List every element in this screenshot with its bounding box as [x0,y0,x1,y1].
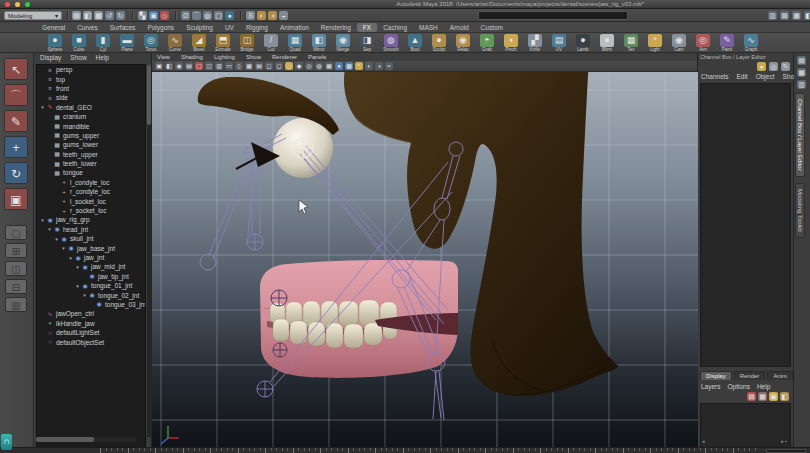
layer-new-empty-icon[interactable]: ▦ [758,392,767,401]
outliner-item-defaultLightSet[interactable]: ○defaultLightSet [37,328,145,337]
uv-editor-icon[interactable]: ▤UV [548,34,570,52]
time-slider[interactable] [0,447,810,453]
open-scene-icon[interactable]: ◧ [83,11,92,20]
outliner-vertical-scroll-thumb[interactable] [147,65,151,125]
smooth-icon[interactable]: ◍ [384,34,398,47]
menuset-dropdown[interactable]: Modeling ▾ [4,11,62,20]
quad-draw-icon[interactable]: ▦ [288,34,302,47]
pinch-icon[interactable]: ◖ [504,34,518,47]
safe-title-icon[interactable]: ◻ [275,62,283,70]
menu-object[interactable]: Object [756,73,775,80]
tab-channel-box-layer-editor[interactable]: Channel Box / Layer Editor [795,93,805,177]
textured-icon[interactable]: ▩ [345,62,353,70]
poly-sphere-icon[interactable]: ● [48,34,62,47]
show-channel-box-icon[interactable]: ▥ [797,80,806,89]
bridge-icon[interactable]: ◫Bridge [236,34,258,52]
layout-persp-graph-icon[interactable]: ⊟ [5,279,27,294]
outliner-item-top[interactable]: ¤top [37,74,145,83]
outliner-item-tongue_03_jnt[interactable]: ◉tongue_03_jnt [37,300,145,309]
paint-icon[interactable]: ✎ [720,34,734,47]
tab-rigging[interactable]: Rigging [240,23,274,32]
paint-icon[interactable]: ✎Paint [716,34,738,52]
extrude-icon[interactable]: ⬒Extrude [212,34,234,52]
menu-edit[interactable]: Edit [736,73,747,80]
frame-all-icon[interactable]: ◇ [285,62,293,70]
lasso-tool-icon[interactable]: ⌒ [4,84,28,106]
menu-shading[interactable]: Shading [181,53,203,61]
scale-tool-icon[interactable]: ▣ [4,188,28,210]
channel-list-area[interactable] [700,83,791,367]
outliner-item-front[interactable]: ¤front [37,84,145,93]
construction-history-icon[interactable]: S [246,11,255,20]
poly-cube-icon[interactable]: ■ [72,34,86,47]
expander-icon[interactable]: ▾ [39,217,46,223]
outliner-item-gums_upper[interactable]: ▦gums_upper [37,131,145,140]
snap-plane-icon[interactable]: ▢ [214,11,223,20]
grab-icon[interactable]: ◓ [480,34,494,47]
menu-help[interactable]: Help [757,383,770,390]
workspace-icon[interactable]: ◧ [804,11,810,20]
aim-icon[interactable]: ◎ [696,34,710,47]
outliner-item-r_condyle_loc[interactable]: +r_condyle_loc [37,187,145,196]
layer-save-icon[interactable]: ▤ [747,392,756,401]
tab-uv[interactable]: UV [219,23,240,32]
tab-general[interactable]: General [36,23,71,32]
snap-grid-icon[interactable]: Ω [181,11,190,20]
camera-icon[interactable]: ◉ [672,34,686,47]
snap-curve-icon[interactable]: ⌒ [192,11,201,20]
tab-polygons[interactable]: Polygons [141,23,180,32]
frame-selected-icon[interactable]: ◆ [295,62,303,70]
outliner-item-jaw_mid_jnt[interactable]: ▾◉jaw_mid_jnt [37,262,145,271]
minimize-window-icon[interactable] [15,2,20,7]
close-window-icon[interactable] [5,2,10,7]
relax-icon[interactable]: ◉Relax [452,34,474,52]
oversscan-icon[interactable]: ▥ [215,62,223,70]
extrude-icon[interactable]: ⬒ [216,34,230,47]
ipr-render-icon[interactable]: ◑ [268,11,277,20]
gate-mask-icon[interactable]: ▦ [245,62,253,70]
safe-action-icon[interactable]: ◻ [265,62,273,70]
layout-hypershade-icon[interactable]: ▥ [5,297,27,312]
poly-torus-icon[interactable]: ◎Torus [140,34,162,52]
layout-single-pane-icon[interactable]: ▢ [5,225,27,240]
menu-renderer[interactable]: Renderer [272,53,297,61]
bridge-icon[interactable]: ◫ [240,34,254,47]
tab-rendering[interactable]: Rendering [315,23,357,32]
bevel-icon[interactable]: ◢ [192,34,206,47]
tab-render[interactable]: Render [734,371,766,380]
texture-icon[interactable]: ▦ [624,34,638,47]
outliner-item-dental_GEO[interactable]: ▾✎dental_GEO [37,103,145,112]
menu-show[interactable]: Show [70,54,86,63]
save-scene-icon[interactable]: ▦ [94,11,103,20]
field-chart-icon[interactable]: ▤ [255,62,263,70]
expander-icon[interactable]: ▾ [39,104,46,110]
lambert-icon[interactable]: ●Lamb [572,34,594,52]
range-end-field[interactable] [766,449,806,453]
poly-torus-icon[interactable]: ◎ [144,34,158,47]
tab-sculpting[interactable]: Sculpting [180,23,219,32]
menu-options[interactable]: Options [728,383,750,390]
multicut-icon[interactable]: / [264,34,278,47]
knife-icon[interactable]: ▞ [528,34,542,47]
layer-scroll-left-icon[interactable]: ◂ [702,438,705,444]
show-tool-settings-icon[interactable]: ▦ [797,68,806,77]
toggle-attribute-editor-icon[interactable]: ▥ [768,11,777,20]
outliner-item-head_jnt[interactable]: ▾◉head_jnt [37,225,145,234]
merge-icon[interactable]: ◉ [336,34,350,47]
graph-icon[interactable]: ∿Graph [740,34,762,52]
outliner-item-ikHandle_jaw[interactable]: ⌖ikHandle_jaw [37,319,145,328]
layer-new-selected-icon[interactable]: ▣ [769,392,778,401]
separate-icon[interactable]: ◨Sep [356,34,378,52]
tab-fx[interactable]: FX [357,23,377,32]
menu-layers[interactable]: Layers [701,383,721,390]
rotate-tool-icon[interactable]: ↻ [4,162,28,184]
tab-surfaces[interactable]: Surfaces [104,23,142,32]
outliner-item-defaultObjectSet[interactable]: ○defaultObjectSet [37,337,145,346]
boolean-icon[interactable]: ▲Bool [404,34,426,52]
expander-icon[interactable]: ▾ [74,264,81,270]
channel-hyperbolic-icon[interactable]: ◎ [769,62,778,71]
select-camera-icon[interactable]: ▣ [155,62,163,70]
multicut-icon[interactable]: /Cut [260,34,282,52]
outliner-item-r_socket_loc[interactable]: +r_socket_loc [37,206,145,215]
redo-icon[interactable]: ↻ [116,11,125,20]
